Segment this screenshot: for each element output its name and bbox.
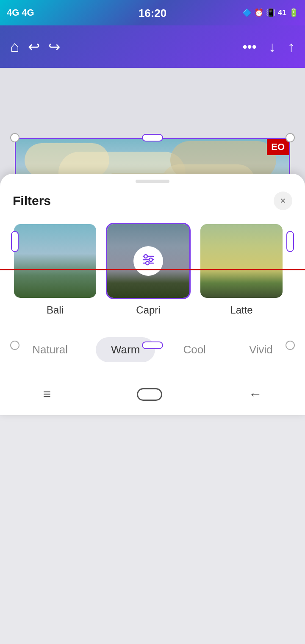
handle-top-right[interactable]	[286, 133, 295, 142]
nav-bar: ≡ ←	[0, 373, 305, 415]
filter-label-latte: Latte	[230, 304, 252, 316]
back-icon[interactable]: ←	[248, 386, 262, 402]
handle-bottom-mid[interactable]	[142, 341, 163, 349]
tab-vivid[interactable]: Vivid	[234, 337, 288, 362]
eo-badge-top: EO	[267, 139, 289, 155]
sheet-header: Filters ×	[0, 183, 305, 214]
battery-icon: 🔋	[289, 8, 298, 17]
download-icon[interactable]: ↓	[269, 39, 276, 55]
toolbar-right: ••• ↓ ↑	[242, 39, 295, 55]
signal-4g-2: 4G	[22, 7, 34, 18]
thumb-bali-sky	[14, 224, 96, 298]
close-button[interactable]: ×	[274, 192, 292, 210]
status-right: 🔷 ⏰ 📳 41 🔋	[242, 8, 298, 17]
handle-bottom-right[interactable]	[286, 341, 295, 350]
filter-thumb-bali	[13, 223, 97, 299]
red-line: EO	[0, 269, 305, 270]
bottom-sheet: Filters × Bali	[0, 174, 305, 415]
category-tabs: Natural Warm Cool Vivid	[0, 329, 305, 371]
vibrate-icon: 📳	[266, 8, 275, 17]
status-time: 16:20	[139, 7, 167, 20]
handle-bottom-left[interactable]	[10, 341, 19, 350]
svg-point-1	[144, 255, 147, 258]
redo-icon[interactable]: ↪	[48, 38, 60, 55]
filter-thumb-latte	[199, 223, 284, 299]
tab-cool[interactable]: Cool	[168, 337, 221, 362]
handle-mid-right[interactable]	[286, 231, 294, 252]
handle-top-left[interactable]	[10, 133, 19, 142]
svg-point-3	[149, 258, 152, 261]
tab-natural[interactable]: Natural	[17, 337, 83, 362]
handle-top-mid[interactable]	[142, 134, 163, 142]
canvas-area: EO EO ↻ Filters ×	[0, 68, 305, 415]
handle-mid-left[interactable]	[11, 231, 19, 252]
more-icon[interactable]: •••	[242, 39, 257, 55]
tab-warm[interactable]: Warm	[96, 337, 155, 362]
thumb-latte-sky	[200, 224, 283, 298]
svg-point-5	[146, 261, 149, 265]
adjust-overlay	[133, 246, 163, 276]
filter-label-capri: Capri	[136, 304, 160, 316]
home-icon[interactable]: ⌂	[10, 38, 19, 56]
toolbar: ⌂ ↩ ↪ ••• ↓ ↑	[0, 25, 305, 68]
sheet-drag-handle	[136, 180, 169, 183]
filter-label-bali: Bali	[47, 304, 64, 316]
status-left: 4G 4G	[7, 7, 34, 18]
toolbar-left: ⌂ ↩ ↪	[10, 38, 60, 56]
menu-icon[interactable]: ≡	[43, 386, 51, 402]
adjust-icon	[141, 252, 156, 270]
filter-thumb-capri	[106, 223, 191, 299]
undo-icon[interactable]: ↩	[28, 38, 40, 55]
share-icon[interactable]: ↑	[288, 39, 295, 55]
sheet-title: Filters	[13, 194, 51, 208]
status-bar: 4G 4G 16:20 🔷 ⏰ 📳 41 🔋	[0, 0, 305, 25]
home-indicator[interactable]	[137, 388, 162, 401]
bluetooth-icon: 🔷	[242, 8, 252, 17]
alarm-icon: ⏰	[254, 8, 263, 17]
signal-4g-1: 4G	[7, 7, 19, 18]
battery-percent: 41	[278, 8, 286, 17]
